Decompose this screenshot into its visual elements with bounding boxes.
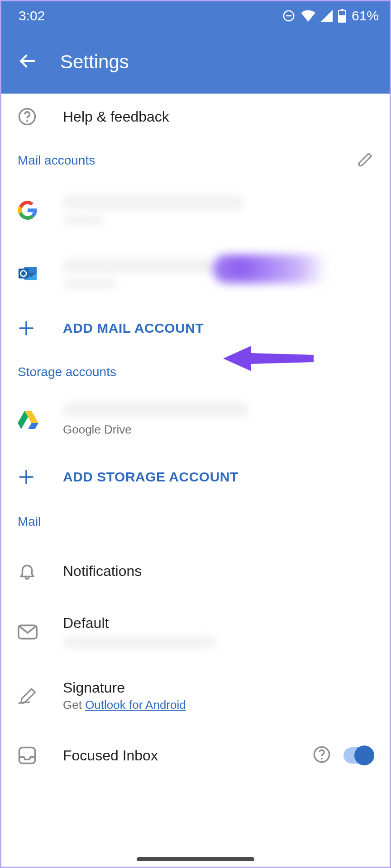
svg-point-7 bbox=[26, 120, 28, 122]
svg-rect-21 bbox=[19, 748, 35, 764]
help-circle-icon bbox=[18, 107, 37, 126]
google-drive-icon bbox=[18, 410, 38, 429]
svg-rect-3 bbox=[339, 15, 346, 23]
add-storage-account-button[interactable]: ADD STORAGE ACCOUNT bbox=[1, 450, 390, 504]
add-mail-account-label: ADD MAIL ACCOUNT bbox=[63, 321, 373, 336]
outlook-android-link[interactable]: Outlook for Android bbox=[85, 698, 186, 712]
help-circle-icon bbox=[313, 745, 331, 764]
battery-percent: 61% bbox=[352, 8, 379, 24]
mail-account-outlook[interactable] bbox=[1, 242, 390, 305]
status-bar: 3:02 61% bbox=[1, 1, 390, 30]
section-storage-accounts: Storage accounts bbox=[1, 351, 390, 388]
add-storage-account-label: ADD STORAGE ACCOUNT bbox=[63, 469, 373, 485]
redacted-text bbox=[63, 258, 212, 274]
redacted-text bbox=[63, 195, 244, 210]
add-mail-account-button[interactable]: ADD MAIL ACCOUNT bbox=[1, 305, 390, 351]
bell-icon bbox=[18, 561, 37, 580]
wifi-icon bbox=[301, 10, 315, 22]
plus-icon bbox=[18, 468, 35, 486]
edit-accounts-button[interactable] bbox=[357, 151, 373, 170]
help-feedback-row[interactable]: Help & feedback bbox=[1, 94, 390, 140]
section-mail-accounts: Mail accounts bbox=[1, 140, 390, 179]
storage-drive-label: Google Drive bbox=[63, 423, 373, 437]
section-storage-accounts-label: Storage accounts bbox=[18, 365, 116, 379]
signature-label: Signature bbox=[63, 679, 373, 696]
signature-sub: Get Outlook for Android bbox=[63, 698, 373, 712]
notifications-label: Notifications bbox=[63, 563, 373, 580]
default-mail-label: Default bbox=[63, 615, 373, 632]
inbox-icon bbox=[18, 746, 37, 765]
storage-account-drive[interactable]: Google Drive bbox=[1, 388, 390, 450]
focused-inbox-label: Focused Inbox bbox=[63, 747, 313, 764]
dnd-icon bbox=[282, 9, 296, 23]
section-mail: Mail bbox=[1, 504, 390, 538]
redacted-text bbox=[63, 402, 248, 417]
signal-icon bbox=[321, 10, 333, 22]
section-mail-label: Mail bbox=[18, 514, 41, 529]
focused-inbox-row[interactable]: Focused Inbox bbox=[1, 727, 390, 771]
nav-indicator bbox=[137, 857, 254, 861]
status-right: 61% bbox=[282, 8, 379, 24]
signature-icon bbox=[18, 687, 38, 705]
arrow-left-icon bbox=[18, 52, 37, 71]
plus-icon bbox=[18, 320, 35, 337]
redacted-text bbox=[63, 278, 117, 289]
status-time: 3:02 bbox=[19, 8, 45, 24]
signature-row[interactable]: Signature Get Outlook for Android bbox=[1, 664, 390, 727]
help-feedback-label: Help & feedback bbox=[63, 108, 373, 125]
google-icon bbox=[18, 200, 38, 220]
mail-account-google[interactable] bbox=[1, 179, 390, 242]
svg-marker-16 bbox=[28, 423, 38, 429]
section-mail-accounts-label: Mail accounts bbox=[18, 153, 95, 168]
outlook-icon bbox=[18, 264, 38, 283]
svg-rect-4 bbox=[341, 9, 343, 10]
default-mail-row[interactable]: Default bbox=[1, 599, 390, 664]
page-title: Settings bbox=[60, 51, 129, 73]
back-button[interactable] bbox=[18, 52, 37, 72]
focused-help-button[interactable] bbox=[313, 745, 331, 765]
focused-inbox-toggle[interactable] bbox=[343, 747, 373, 764]
mail-icon bbox=[18, 624, 38, 640]
app-bar: Settings bbox=[1, 30, 390, 94]
redacted-text bbox=[63, 215, 104, 226]
redacted-accent bbox=[212, 255, 348, 283]
svg-point-23 bbox=[321, 758, 323, 760]
notifications-row[interactable]: Notifications bbox=[1, 542, 390, 599]
pencil-icon bbox=[357, 151, 373, 168]
redacted-text bbox=[63, 636, 217, 649]
battery-icon bbox=[338, 9, 346, 23]
signature-sub-prefix: Get bbox=[63, 698, 85, 712]
